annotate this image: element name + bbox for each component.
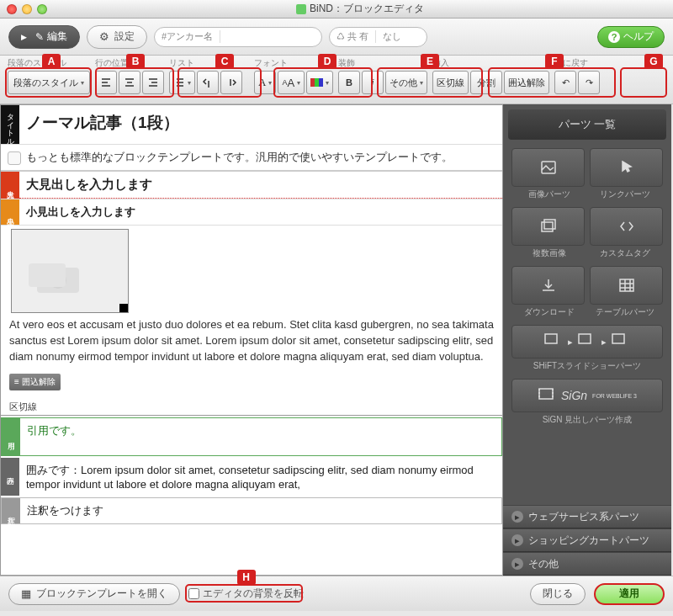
slide-icon bbox=[578, 332, 596, 351]
anchor-field[interactable]: #アンカー名 bbox=[154, 27, 322, 47]
topbar: ✎編集 設定 #アンカー名 ♺ 共 有なし ヘルプ bbox=[0, 19, 673, 56]
paragraph-style-dropdown[interactable]: 段落のスタイル bbox=[8, 71, 90, 94]
camera-icon bbox=[29, 251, 96, 301]
parts-sidebar: パーツ 一覧 画像パーツリンクパーツ 複数画像カスタムタグ ダウンロードテーブル… bbox=[503, 104, 671, 576]
download-label: ダウンロード bbox=[511, 306, 587, 318]
svg-rect-2 bbox=[29, 263, 66, 287]
slide-icon bbox=[612, 332, 630, 351]
article-title[interactable]: ノーマル記事（1段） bbox=[19, 105, 502, 144]
close-window-icon[interactable] bbox=[7, 4, 17, 14]
indent-button[interactable] bbox=[220, 71, 242, 94]
accordion-webservice[interactable]: ウェブサービス系パーツ bbox=[503, 505, 671, 528]
article-description[interactable]: もっとも標準的なブロックテンプレートです。汎用的で使いやすいテンプレートです。 bbox=[1, 145, 502, 172]
custom-tag-label: カスタムタグ bbox=[587, 247, 663, 259]
group-label: 装飾 bbox=[338, 57, 427, 69]
badge-d: D bbox=[318, 54, 336, 69]
window-titlebar: BiND：ブロックエディタ bbox=[0, 0, 673, 19]
download-button[interactable] bbox=[511, 266, 585, 305]
outdent-button[interactable] bbox=[197, 71, 219, 94]
link-part-button[interactable] bbox=[590, 148, 663, 187]
heading-1[interactable]: 大見出しを入力します bbox=[19, 172, 502, 199]
font-family-button[interactable]: A bbox=[254, 71, 276, 94]
italic-button[interactable]: i bbox=[362, 71, 384, 94]
redo-button[interactable]: ↷ bbox=[578, 71, 600, 94]
outdent-icon bbox=[202, 77, 214, 88]
note-tag: 注釈 bbox=[2, 498, 20, 523]
unwrap-chip[interactable]: 囲込解除 bbox=[9, 374, 61, 390]
group-label: 挿入 bbox=[432, 57, 549, 69]
invert-bg-input[interactable] bbox=[188, 588, 199, 599]
align-right-button[interactable] bbox=[142, 71, 164, 94]
bold-button[interactable]: B bbox=[338, 71, 360, 94]
edit-button[interactable]: ✎編集 bbox=[8, 25, 80, 49]
traffic-lights bbox=[7, 4, 47, 14]
svg-rect-9 bbox=[612, 334, 624, 343]
download-icon bbox=[539, 276, 558, 295]
font-color-button[interactable] bbox=[306, 71, 333, 94]
list-button[interactable] bbox=[169, 71, 195, 94]
svg-rect-4 bbox=[544, 220, 555, 229]
note-text[interactable]: 注釈をつけます bbox=[20, 498, 501, 523]
undo-button[interactable]: ↶ bbox=[554, 71, 576, 94]
settings-button[interactable]: 設定 bbox=[87, 25, 147, 49]
pencil-icon: ✎ bbox=[35, 31, 44, 43]
font-size-button[interactable]: AA bbox=[278, 71, 305, 94]
custom-tag-button[interactable] bbox=[590, 207, 663, 246]
align-center-button[interactable] bbox=[119, 71, 140, 94]
share-field[interactable]: ♺ 共 有なし bbox=[329, 27, 427, 47]
box-block[interactable]: 囲み 囲みです：Lorem ipsum dolor sit amet, cons… bbox=[1, 458, 502, 496]
image-icon bbox=[539, 158, 558, 177]
body-text[interactable]: At vero eos et accusam et justo duo dolo… bbox=[1, 317, 502, 370]
quote-block[interactable]: 引用 引用です。 bbox=[1, 417, 502, 456]
badge-f: F bbox=[545, 54, 564, 69]
align-left-button[interactable] bbox=[95, 71, 117, 94]
image-part-label: 画像パーツ bbox=[511, 189, 587, 200]
accordion-shopping[interactable]: ショッピングカートパーツ bbox=[503, 528, 671, 552]
editor-canvas[interactable]: タイトル ノーマル記事（1段） もっとも標準的なブロックテンプレートです。汎用的… bbox=[0, 104, 503, 576]
svg-rect-5 bbox=[542, 222, 553, 231]
image-placeholder[interactable] bbox=[11, 229, 129, 313]
h1-tag: 大見出 bbox=[1, 172, 19, 199]
quote-tag: 引用 bbox=[2, 418, 20, 455]
title-tag: タイトル bbox=[1, 105, 19, 144]
multi-image-button[interactable] bbox=[511, 207, 585, 246]
accordion-other[interactable]: その他 bbox=[503, 552, 671, 576]
stack-icon bbox=[539, 217, 558, 236]
unwrap-button[interactable]: 囲込解除 bbox=[504, 71, 549, 94]
table-label: テーブルパーツ bbox=[587, 306, 663, 318]
film-icon bbox=[538, 386, 556, 405]
slide-icon bbox=[544, 332, 563, 351]
open-template-button[interactable]: ブロックテンプレートを開く bbox=[8, 583, 180, 605]
zoom-window-icon[interactable] bbox=[37, 4, 47, 14]
sign-button[interactable]: SiGnFOR WEBLiFE 3 bbox=[511, 379, 663, 412]
split-button[interactable]: 分割 bbox=[470, 71, 502, 94]
app-icon bbox=[296, 4, 306, 14]
share-label: ♺ 共 有 bbox=[330, 30, 376, 43]
badge-a: A bbox=[42, 54, 61, 69]
invert-bg-checkbox[interactable]: H エディタの背景を反転 bbox=[188, 587, 304, 601]
slideshow-button[interactable]: ▸▸ bbox=[511, 325, 663, 358]
svg-rect-7 bbox=[545, 334, 557, 343]
image-part-button[interactable] bbox=[511, 148, 585, 187]
cursor-icon bbox=[617, 158, 636, 177]
sidebar-header: パーツ 一覧 bbox=[508, 109, 666, 140]
main-area: タイトル ノーマル記事（1段） もっとも標準的なブロックテンプレートです。汎用的… bbox=[0, 104, 673, 576]
box-text[interactable]: 囲みです：Lorem ipsum dolor sit amet, consete… bbox=[19, 458, 502, 496]
minimize-window-icon[interactable] bbox=[22, 4, 32, 14]
link-part-label: リンクパーツ bbox=[587, 189, 663, 200]
heading-2[interactable]: 小見出しを入力します bbox=[19, 199, 502, 225]
other-decor-button[interactable]: その他 bbox=[385, 71, 427, 94]
box-tag: 囲み bbox=[1, 458, 19, 496]
badge-e: E bbox=[421, 54, 439, 69]
h2-tag: 小見出 bbox=[1, 199, 19, 225]
close-button[interactable]: 閉じる bbox=[530, 583, 586, 605]
table-button[interactable] bbox=[590, 266, 663, 305]
quote-text[interactable]: 引用です。 bbox=[20, 418, 501, 455]
separator-button[interactable]: 区切線 bbox=[432, 71, 469, 94]
note-block[interactable]: 注釈 注釈をつけます bbox=[1, 497, 502, 524]
help-button[interactable]: ヘルプ bbox=[597, 26, 665, 48]
apply-button[interactable]: 適用 bbox=[594, 583, 665, 605]
window-title: BiND：ブロックエディタ bbox=[54, 2, 666, 16]
svg-rect-8 bbox=[579, 334, 591, 343]
highlight-g bbox=[620, 67, 667, 98]
